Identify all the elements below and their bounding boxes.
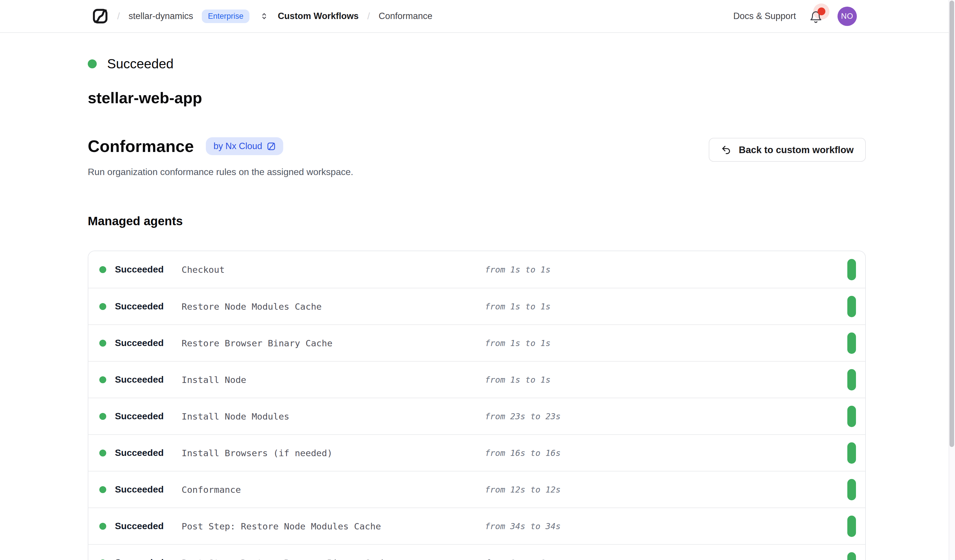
status-dot-icon [99,303,106,310]
duration-bar-icon [847,259,856,280]
top-navbar: / stellar-dynamics Enterprise Custom Wor… [0,0,955,33]
status-dot-icon [99,486,106,493]
duration-bar-icon [847,516,856,537]
step-status-label: Succeeded [115,374,164,385]
breadcrumb-separator: / [367,11,370,22]
step-status-label: Succeeded [115,264,164,275]
main-content: Succeeded stellar-web-app Conformance by… [0,56,955,560]
user-avatar[interactable]: NO [838,7,857,26]
back-to-custom-workflow-button[interactable]: Back to custom workflow [709,138,866,162]
step-name: Post Step: Restore Browser Binary Cache [182,558,485,560]
plan-badge: Enterprise [202,9,249,23]
step-duration: from 34s to 34s [485,521,847,531]
step-status-label: Succeeded [115,484,164,495]
run-status-label: Succeeded [107,56,174,72]
by-nx-cloud-label: by Nx Cloud [213,141,262,151]
step-status-label: Succeeded [115,301,164,312]
step-status-label: Succeeded [115,411,164,421]
step-status-label: Succeeded [115,557,164,560]
step-name: Conformance [182,484,485,495]
workflow-title-block: Conformance by Nx Cloud Run organization… [88,137,353,177]
navbar-actions: Docs & Support NO [733,7,857,26]
status-dot-icon [99,376,106,383]
step-duration: from 1s to 1s [485,302,847,312]
breadcrumb-separator: / [117,11,120,22]
duration-bar-icon [847,552,856,560]
step-status: Succeeded [99,301,182,312]
step-duration: from 23s to 23s [485,412,847,421]
step-name: Post Step: Restore Node Modules Cache [182,521,485,532]
breadcrumb-page: Conformance [379,11,432,21]
workspace-switcher-icon[interactable] [259,11,269,21]
agent-step-row[interactable]: Succeeded Install Node Modules from 23s … [88,398,865,434]
duration-bar-icon [847,479,856,500]
step-status-label: Succeeded [115,521,164,532]
scrollbar-thumb[interactable] [950,1,954,447]
by-nx-cloud-badge[interactable]: by Nx Cloud [206,137,283,155]
status-dot-icon [99,266,106,273]
step-status: Succeeded [99,448,182,458]
breadcrumb: / stellar-dynamics Enterprise Custom Wor… [92,8,432,25]
breadcrumb-section[interactable]: Custom Workflows [278,11,359,21]
step-status-label: Succeeded [115,448,164,458]
step-name: Restore Browser Binary Cache [182,338,485,348]
workflow-description: Run organization conformance rules on th… [88,167,353,177]
agent-step-row[interactable]: Succeeded Install Node from 1s to 1s [88,361,865,398]
status-dot-icon [99,340,106,346]
docs-support-link[interactable]: Docs & Support [733,11,796,21]
step-duration: from 1s to 1s [485,338,847,348]
step-duration: from 1s to 1s [485,558,847,560]
duration-bar-icon [847,406,856,427]
step-name: Install Node [182,374,485,385]
workflow-title: Conformance [88,137,194,156]
agent-step-row[interactable]: Succeeded Restore Browser Binary Cache f… [88,324,865,361]
step-name: Install Browsers (if needed) [182,448,485,458]
status-dot-icon [88,59,97,68]
nx-cloud-logo-icon[interactable] [92,8,108,25]
agent-steps-card: Succeeded Checkout from 1s to 1s Succeed… [88,251,866,560]
status-dot-icon [99,523,106,530]
step-name: Restore Node Modules Cache [182,301,485,312]
step-status: Succeeded [99,521,182,532]
duration-bar-icon [847,442,856,464]
agent-step-row[interactable]: Succeeded Post Step: Restore Browser Bin… [88,544,865,560]
agent-step-row[interactable]: Succeeded Checkout from 1s to 1s [88,251,865,288]
step-duration: from 1s to 1s [485,265,847,275]
run-status: Succeeded [88,56,866,72]
undo-arrow-icon [721,145,732,155]
step-duration: from 16s to 16s [485,448,847,458]
status-dot-icon [99,449,106,457]
step-name: Install Node Modules [182,411,485,421]
breadcrumb-org[interactable]: stellar-dynamics [128,11,193,21]
step-status: Succeeded [99,484,182,495]
workflow-header: Conformance by Nx Cloud Run organization… [88,137,866,177]
duration-bar-icon [847,369,856,390]
step-status: Succeeded [99,338,182,348]
duration-bar-icon [847,332,856,354]
agent-step-row[interactable]: Succeeded Post Step: Restore Node Module… [88,507,865,544]
step-status-label: Succeeded [115,338,164,348]
step-name: Checkout [182,264,485,275]
status-dot-icon [99,413,106,420]
step-status: Succeeded [99,557,182,560]
workspace-title: stellar-web-app [88,89,866,107]
duration-bar-icon [847,296,856,317]
scrollbar-track [949,0,955,560]
step-status: Succeeded [99,264,182,275]
agent-step-row[interactable]: Succeeded Conformance from 12s to 12s [88,471,865,507]
notifications-bell-icon[interactable] [809,8,824,24]
notification-dot [817,8,825,15]
step-status: Succeeded [99,411,182,421]
step-status: Succeeded [99,374,182,385]
back-button-label: Back to custom workflow [739,145,854,155]
step-duration: from 12s to 12s [485,485,847,494]
agent-step-row[interactable]: Succeeded Restore Node Modules Cache fro… [88,288,865,324]
nx-logo-small-icon [267,142,276,151]
step-duration: from 1s to 1s [485,375,847,385]
agent-step-row[interactable]: Succeeded Install Browsers (if needed) f… [88,434,865,471]
managed-agents-heading: Managed agents [88,214,866,228]
